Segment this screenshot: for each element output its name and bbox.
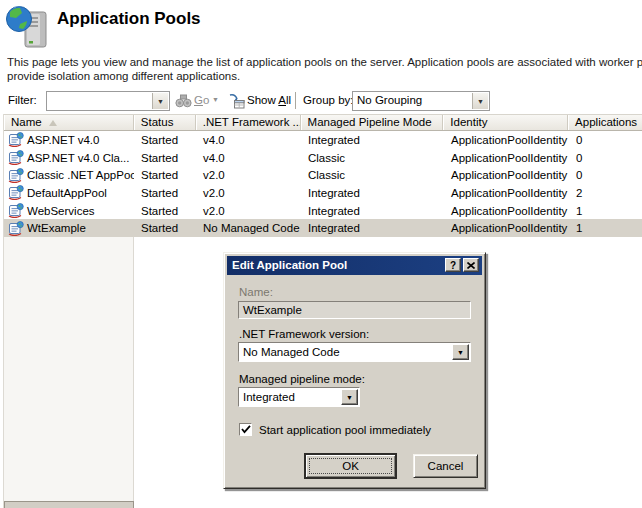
column-header-applications[interactable]: Applications <box>568 115 642 130</box>
page-description-line2: provide isolation among different applic… <box>7 70 642 84</box>
application-pool-icon <box>8 168 24 183</box>
column-header-status[interactable]: Status <box>134 115 196 130</box>
go-button: Go <box>194 94 209 106</box>
chevron-down-icon: ▼ <box>477 98 484 105</box>
pool-applications-count: 0 <box>569 169 642 181</box>
pipeline-mode-label: Managed pipeline mode: <box>239 373 365 385</box>
pool-framework: No Managed Code <box>196 222 301 234</box>
filter-value <box>47 92 169 94</box>
pool-applications-count: 0 <box>569 134 642 146</box>
table-row[interactable]: ASP.NET v4.0 Started v4.0 Integrated App… <box>4 131 642 149</box>
pool-applications-count: 1 <box>569 205 642 217</box>
framework-version-select[interactable]: No Managed Code ▼ <box>238 342 471 362</box>
filter-input[interactable]: ▼ <box>46 91 170 111</box>
pool-name: Classic .NET AppPool <box>27 169 134 181</box>
pool-name: DefaultAppPool <box>27 187 107 199</box>
pool-applications-count: 2 <box>569 187 642 199</box>
page-description: This page lets you view and manage the l… <box>7 56 642 83</box>
pool-status: Started <box>134 222 196 234</box>
pool-name: WebServices <box>27 205 95 217</box>
pool-pipeline-mode: Classic <box>301 169 444 181</box>
pool-framework: v4.0 <box>196 152 301 164</box>
column-header-pipeline[interactable]: Managed Pipeline Mode <box>301 115 444 130</box>
table-row[interactable]: WtExample Started No Managed Code Integr… <box>4 219 642 237</box>
pool-status: Started <box>134 169 196 181</box>
table-row[interactable]: WebServices Started v2.0 Integrated Appl… <box>4 202 642 220</box>
application-pool-icon <box>8 185 24 200</box>
go-options-dropdown-icon[interactable]: ▼ <box>212 96 219 103</box>
pool-status: Started <box>134 134 196 146</box>
show-all-button[interactable]: Show All <box>247 94 291 106</box>
filter-dropdown-button[interactable]: ▼ <box>152 93 168 109</box>
pool-identity: ApplicationPoolIdentity <box>444 169 569 181</box>
dialog-title: Edit Application Pool <box>232 259 347 271</box>
pool-identity: ApplicationPoolIdentity <box>444 134 569 146</box>
group-by-value: No Grouping <box>353 92 489 106</box>
dialog-titlebar[interactable]: Edit Application Pool ? <box>227 256 482 275</box>
group-by-label: Group by: <box>303 94 354 106</box>
name-label: Name: <box>239 286 273 298</box>
page-description-line1: This page lets you view and manage the l… <box>7 56 642 70</box>
binoculars-icon <box>175 93 192 111</box>
pool-framework: v2.0 <box>196 187 301 199</box>
pool-identity: ApplicationPoolIdentity <box>444 205 569 217</box>
column-header-name[interactable]: Name <box>4 115 134 130</box>
name-field: WtExample <box>238 301 471 319</box>
pool-pipeline-mode: Integrated <box>301 205 444 217</box>
group-by-select[interactable]: No Grouping ▼ <box>352 91 490 111</box>
pool-name: WtExample <box>27 222 86 234</box>
list-header: Name Status .NET Framework ... Managed P… <box>4 114 642 131</box>
pool-pipeline-mode: Classic <box>301 152 444 164</box>
framework-version-label: .NET Framework version: <box>239 328 369 340</box>
table-row[interactable]: ASP.NET v4.0 Cla... Started v4.0 Classic… <box>4 149 642 167</box>
close-icon <box>467 256 475 275</box>
cancel-button[interactable]: Cancel <box>413 454 478 478</box>
pipeline-dropdown-button[interactable]: ▼ <box>341 389 358 405</box>
chevron-down-icon: ▼ <box>346 394 353 401</box>
table-row[interactable]: Classic .NET AppPool Started v2.0 Classi… <box>4 166 642 184</box>
pool-status: Started <box>134 152 196 164</box>
pool-framework: v2.0 <box>196 169 301 181</box>
framework-dropdown-button[interactable]: ▼ <box>452 344 469 360</box>
pool-name: ASP.NET v4.0 Cla... <box>27 152 129 164</box>
sorted-column-shading <box>4 237 134 508</box>
column-header-identity[interactable]: Identity <box>443 115 568 130</box>
sort-ascending-icon <box>49 120 57 126</box>
toolbar-separator <box>295 92 296 109</box>
pool-framework: v2.0 <box>196 205 301 217</box>
pool-pipeline-mode: Integrated <box>301 187 444 199</box>
chevron-down-icon: ▼ <box>157 98 164 105</box>
pool-pipeline-mode: Integrated <box>301 222 444 234</box>
filter-toolbar: Filter: ▼ Go ▼ <box>0 90 642 112</box>
pool-name: ASP.NET v4.0 <box>27 134 99 146</box>
column-header-framework[interactable]: .NET Framework ... <box>196 115 301 130</box>
pool-identity: ApplicationPoolIdentity <box>444 222 569 234</box>
page-title: Application Pools <box>57 9 201 29</box>
pool-framework: v4.0 <box>196 134 301 146</box>
application-pool-icon <box>8 150 24 165</box>
pool-applications-count: 1 <box>569 222 642 234</box>
pool-identity: ApplicationPoolIdentity <box>444 187 569 199</box>
pool-rows: ASP.NET v4.0 Started v4.0 Integrated App… <box>4 131 642 237</box>
pool-identity: ApplicationPoolIdentity <box>444 152 569 164</box>
ok-button[interactable]: OK <box>304 453 397 479</box>
pool-status: Started <box>134 187 196 199</box>
application-pool-icon <box>8 203 24 218</box>
start-immediately-label: Start application pool immediately <box>259 424 431 436</box>
edit-application-pool-dialog: Edit Application Pool ? Name: WtExample … <box>223 252 486 489</box>
pool-applications-count: 0 <box>569 152 642 164</box>
filter-label: Filter: <box>8 94 37 106</box>
group-by-dropdown-button[interactable]: ▼ <box>472 93 488 109</box>
application-pool-icon <box>8 132 24 147</box>
checkmark-icon <box>240 425 251 434</box>
table-row[interactable]: DefaultAppPool Started v2.0 Integrated A… <box>4 184 642 202</box>
application-pools-page-icon <box>5 2 51 52</box>
iis-application-pools-page: Application Pools This page lets you vie… <box>0 0 642 508</box>
chevron-down-icon: ▼ <box>457 349 464 356</box>
horizontal-scrollbar-thumb[interactable] <box>4 501 134 508</box>
start-immediately-checkbox[interactable] <box>239 423 252 436</box>
framework-version-value: No Managed Code <box>239 343 470 358</box>
close-button[interactable] <box>463 258 479 272</box>
help-button[interactable]: ? <box>445 258 461 272</box>
pipeline-mode-select[interactable]: Integrated ▼ <box>238 387 360 407</box>
